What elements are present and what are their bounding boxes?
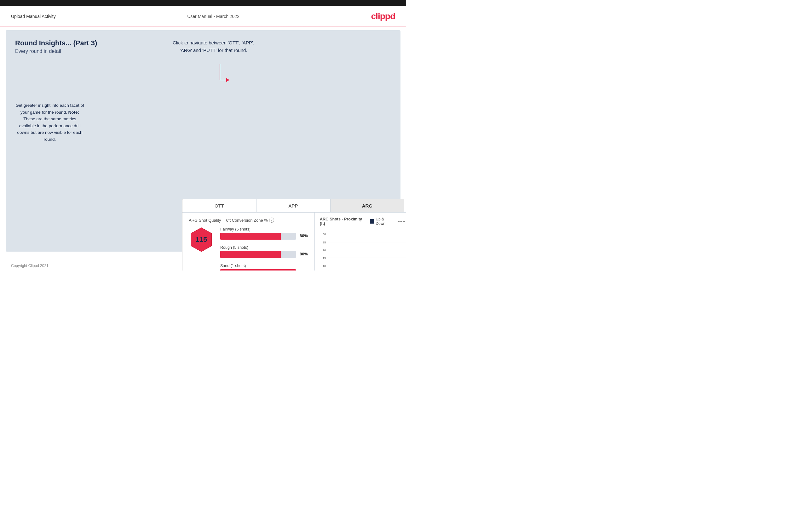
hex-score-area: 115 Fairway (5 shots) 80% <box>189 227 308 271</box>
panel-body: ARG Shot Quality 6ft Conversion Zone % ? <box>183 213 406 271</box>
bar-pct-sand: 100% <box>297 270 308 271</box>
legend-sq-up-down <box>370 219 374 224</box>
svg-text:30: 30 <box>323 232 326 236</box>
tab-putt[interactable]: PUTT <box>404 199 406 212</box>
tabs: OTT APP ARG PUTT <box>183 199 406 213</box>
nav-hint-text: Click to navigate between 'OTT', 'APP', … <box>173 40 254 53</box>
svg-text:15: 15 <box>323 256 326 260</box>
hexagon-score: 115 <box>189 227 214 252</box>
chart-area: 30 25 20 15 10 5 0 <box>320 229 406 271</box>
bars-container: Fairway (5 shots) 80% Rough (5 shots) <box>220 227 308 271</box>
bar-row-fairway: Fairway (5 shots) 80% <box>220 227 308 241</box>
shot-quality-label: ARG Shot Quality <box>189 218 221 223</box>
conversion-zone-label: 6ft Conversion Zone % ? <box>226 218 274 223</box>
tab-arg[interactable]: ARG <box>331 199 405 212</box>
svg-marker-33 <box>327 270 331 271</box>
legend-dash <box>398 221 405 222</box>
upload-label: Upload Manual Activity <box>11 14 56 19</box>
left-panel: ARG Shot Quality 6ft Conversion Zone % ? <box>183 213 315 271</box>
bar-label-sand: Sand (1 shots) <box>220 264 308 268</box>
left-note: Get greater insight into each facet of y… <box>15 102 85 143</box>
hex-number: 115 <box>196 235 207 244</box>
svg-marker-0 <box>226 78 230 82</box>
clippd-logo: clippd <box>371 11 395 21</box>
content-container: Round Insights... (Part 3) Every round i… <box>15 39 391 242</box>
tab-ott[interactable]: OTT <box>183 199 256 212</box>
bar-label-rough: Rough (5 shots) <box>220 245 308 250</box>
center-label: User Manual - March 2022 <box>187 14 240 19</box>
bar-track-sand <box>220 269 296 271</box>
chart-header: ARG Shots - Proximity (ft) Up & Down Rou… <box>320 217 406 226</box>
bar-track-rough <box>220 251 296 258</box>
legend-up-down: Up & Down <box>370 217 394 226</box>
top-bar <box>0 0 406 6</box>
legend-round-avg: Round Average <box>398 217 406 226</box>
svg-text:10: 10 <box>323 264 326 268</box>
main-content: Round Insights... (Part 3) Every round i… <box>6 30 401 251</box>
bar-row-sand: Sand (1 shots) 100% <box>220 264 308 271</box>
bar-row-rough: Rough (5 shots) 80% <box>220 245 308 259</box>
header: Upload Manual Activity User Manual - Mar… <box>0 6 406 26</box>
dashboard-panel: OTT APP ARG PUTT ARG Shot Quality 6ft Co… <box>182 199 406 271</box>
right-panel: ARG Shots - Proximity (ft) Up & Down Rou… <box>315 213 406 271</box>
help-icon[interactable]: ? <box>269 218 274 223</box>
bar-fill-rough <box>220 251 281 258</box>
chart-title: ARG Shots - Proximity (ft) <box>320 217 366 226</box>
tab-app[interactable]: APP <box>256 199 331 212</box>
shot-quality-header: ARG Shot Quality 6ft Conversion Zone % ? <box>189 218 308 223</box>
chart-svg: 30 25 20 15 10 5 0 <box>320 229 406 271</box>
bar-pct-rough: 80% <box>300 251 308 256</box>
bar-fill-fairway <box>220 233 281 240</box>
arrow-area <box>207 64 233 94</box>
svg-text:25: 25 <box>323 240 326 244</box>
header-divider <box>0 26 406 26</box>
bar-track-fairway <box>220 233 296 240</box>
bar-label-fairway: Fairway (5 shots) <box>220 227 308 231</box>
nav-hint: Click to navigate between 'OTT', 'APP', … <box>173 39 254 54</box>
svg-text:20: 20 <box>323 248 326 252</box>
bar-fill-sand <box>220 269 296 271</box>
bar-pct-fairway: 80% <box>300 233 308 238</box>
copyright: Copyright Clippd 2021 <box>11 264 49 268</box>
